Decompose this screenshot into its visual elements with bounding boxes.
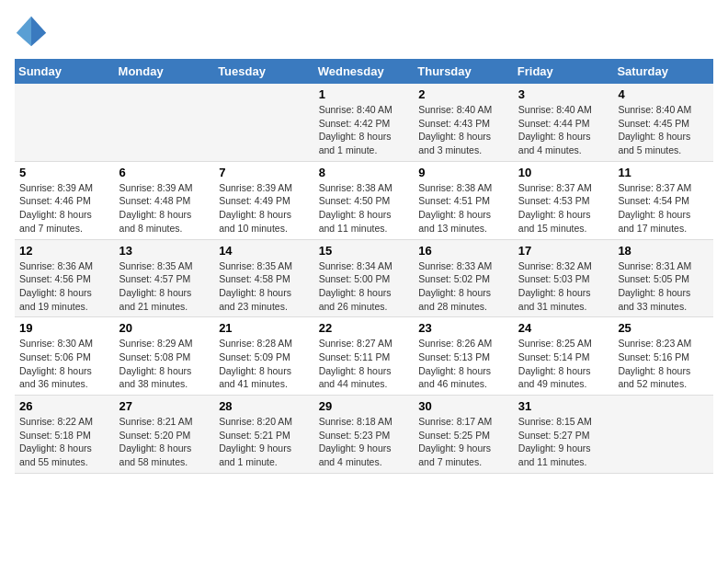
day-cell [15, 84, 115, 161]
day-cell: 20Sunrise: 8:29 AM Sunset: 5:08 PM Dayli… [115, 317, 215, 396]
day-cell: 28Sunrise: 8:20 AM Sunset: 5:21 PM Dayli… [214, 396, 314, 474]
calendar-table: SundayMondayTuesdayWednesdayThursdayFrid… [15, 59, 713, 474]
day-info: Sunrise: 8:30 AM Sunset: 5:06 PM Dayligh… [19, 337, 110, 391]
day-cell: 26Sunrise: 8:22 AM Sunset: 5:18 PM Dayli… [15, 396, 115, 474]
day-info: Sunrise: 8:23 AM Sunset: 5:16 PM Dayligh… [618, 337, 709, 391]
day-info: Sunrise: 8:17 AM Sunset: 5:25 PM Dayligh… [418, 415, 509, 469]
day-cell: 8Sunrise: 8:38 AM Sunset: 4:50 PM Daylig… [314, 161, 415, 239]
day-info: Sunrise: 8:29 AM Sunset: 5:08 PM Dayligh… [119, 337, 210, 391]
day-cell: 25Sunrise: 8:23 AM Sunset: 5:16 PM Dayli… [613, 317, 713, 396]
day-info: Sunrise: 8:36 AM Sunset: 4:56 PM Dayligh… [19, 259, 110, 314]
day-number: 9 [418, 166, 509, 179]
calendar-body: 1Sunrise: 8:40 AM Sunset: 4:42 PM Daylig… [15, 84, 713, 473]
day-info: Sunrise: 8:39 AM Sunset: 4:49 PM Dayligh… [219, 181, 310, 236]
day-number: 27 [119, 399, 210, 413]
day-cell: 10Sunrise: 8:37 AM Sunset: 4:53 PM Dayli… [514, 161, 614, 239]
day-cell: 11Sunrise: 8:37 AM Sunset: 4:54 PM Dayli… [613, 161, 713, 239]
day-cell: 12Sunrise: 8:36 AM Sunset: 4:56 PM Dayli… [15, 239, 115, 317]
day-number: 13 [119, 244, 210, 258]
header-cell-friday: Friday [514, 59, 614, 84]
day-cell [613, 396, 713, 474]
day-cell: 6Sunrise: 8:39 AM Sunset: 4:48 PM Daylig… [115, 161, 215, 239]
header-cell-wednesday: Wednesday [314, 59, 415, 84]
day-cell [214, 84, 314, 161]
calendar-header: SundayMondayTuesdayWednesdayThursdayFrid… [15, 59, 713, 84]
day-info: Sunrise: 8:20 AM Sunset: 5:21 PM Dayligh… [219, 415, 310, 469]
day-cell: 4Sunrise: 8:40 AM Sunset: 4:45 PM Daylig… [613, 84, 713, 161]
day-info: Sunrise: 8:21 AM Sunset: 5:20 PM Dayligh… [119, 415, 210, 469]
day-info: Sunrise: 8:34 AM Sunset: 5:00 PM Dayligh… [319, 259, 410, 314]
day-info: Sunrise: 8:40 AM Sunset: 4:45 PM Dayligh… [618, 103, 709, 157]
day-cell: 29Sunrise: 8:18 AM Sunset: 5:23 PM Dayli… [314, 396, 415, 474]
day-number: 15 [319, 244, 410, 258]
day-info: Sunrise: 8:31 AM Sunset: 5:05 PM Dayligh… [618, 259, 709, 314]
day-cell: 27Sunrise: 8:21 AM Sunset: 5:20 PM Dayli… [115, 396, 215, 474]
week-row-4: 26Sunrise: 8:22 AM Sunset: 5:18 PM Dayli… [15, 396, 713, 474]
day-info: Sunrise: 8:38 AM Sunset: 4:50 PM Dayligh… [319, 181, 410, 236]
day-cell: 24Sunrise: 8:25 AM Sunset: 5:14 PM Dayli… [514, 317, 614, 396]
day-info: Sunrise: 8:22 AM Sunset: 5:18 PM Dayligh… [19, 415, 110, 469]
day-cell: 22Sunrise: 8:27 AM Sunset: 5:11 PM Dayli… [314, 317, 415, 396]
day-number: 19 [19, 321, 110, 335]
day-number: 17 [518, 244, 609, 258]
svg-marker-1 [31, 17, 46, 46]
header-row: SundayMondayTuesdayWednesdayThursdayFrid… [15, 59, 713, 84]
header-cell-saturday: Saturday [613, 59, 713, 84]
day-cell: 9Sunrise: 8:38 AM Sunset: 4:51 PM Daylig… [414, 161, 514, 239]
day-cell: 19Sunrise: 8:30 AM Sunset: 5:06 PM Dayli… [15, 317, 115, 396]
day-number: 26 [19, 399, 110, 413]
svg-marker-2 [17, 17, 31, 46]
day-number: 6 [119, 166, 210, 179]
day-number: 5 [19, 166, 110, 179]
day-cell: 14Sunrise: 8:35 AM Sunset: 4:58 PM Dayli… [214, 239, 314, 317]
day-number: 16 [418, 244, 509, 258]
day-cell: 16Sunrise: 8:33 AM Sunset: 5:02 PM Dayli… [414, 239, 514, 317]
day-number: 11 [618, 166, 709, 179]
day-number: 3 [518, 87, 609, 101]
day-number: 7 [219, 166, 310, 179]
page-header [15, 15, 713, 48]
header-cell-tuesday: Tuesday [214, 59, 314, 84]
day-number: 28 [219, 399, 310, 413]
day-number: 23 [418, 321, 509, 335]
header-cell-sunday: Sunday [15, 59, 115, 84]
week-row-2: 12Sunrise: 8:36 AM Sunset: 4:56 PM Dayli… [15, 239, 713, 317]
header-cell-monday: Monday [115, 59, 215, 84]
day-cell: 13Sunrise: 8:35 AM Sunset: 4:57 PM Dayli… [115, 239, 215, 317]
day-cell: 7Sunrise: 8:39 AM Sunset: 4:49 PM Daylig… [214, 161, 314, 239]
day-info: Sunrise: 8:38 AM Sunset: 4:51 PM Dayligh… [418, 181, 509, 236]
day-info: Sunrise: 8:40 AM Sunset: 4:42 PM Dayligh… [319, 103, 410, 157]
day-info: Sunrise: 8:37 AM Sunset: 4:54 PM Dayligh… [618, 181, 709, 236]
day-number: 4 [618, 87, 709, 101]
day-cell: 17Sunrise: 8:32 AM Sunset: 5:03 PM Dayli… [514, 239, 614, 317]
day-info: Sunrise: 8:33 AM Sunset: 5:02 PM Dayligh… [418, 259, 509, 314]
week-row-3: 19Sunrise: 8:30 AM Sunset: 5:06 PM Dayli… [15, 317, 713, 396]
logo [15, 15, 51, 48]
day-info: Sunrise: 8:28 AM Sunset: 5:09 PM Dayligh… [219, 337, 310, 391]
day-number: 30 [418, 399, 509, 413]
day-cell [115, 84, 215, 161]
day-number: 20 [119, 321, 210, 335]
day-number: 25 [618, 321, 709, 335]
day-cell: 15Sunrise: 8:34 AM Sunset: 5:00 PM Dayli… [314, 239, 415, 317]
day-info: Sunrise: 8:35 AM Sunset: 4:58 PM Dayligh… [219, 259, 310, 314]
day-info: Sunrise: 8:35 AM Sunset: 4:57 PM Dayligh… [119, 259, 210, 314]
day-number: 12 [19, 244, 110, 258]
day-cell: 5Sunrise: 8:39 AM Sunset: 4:46 PM Daylig… [15, 161, 115, 239]
day-number: 18 [618, 244, 709, 258]
day-info: Sunrise: 8:39 AM Sunset: 4:46 PM Dayligh… [19, 181, 110, 236]
day-info: Sunrise: 8:32 AM Sunset: 5:03 PM Dayligh… [518, 259, 609, 314]
day-cell: 3Sunrise: 8:40 AM Sunset: 4:44 PM Daylig… [514, 84, 614, 161]
day-number: 2 [418, 87, 509, 101]
day-info: Sunrise: 8:25 AM Sunset: 5:14 PM Dayligh… [518, 337, 609, 391]
day-info: Sunrise: 8:37 AM Sunset: 4:53 PM Dayligh… [518, 181, 609, 236]
day-info: Sunrise: 8:40 AM Sunset: 4:44 PM Dayligh… [518, 103, 609, 157]
day-number: 24 [518, 321, 609, 335]
day-cell: 23Sunrise: 8:26 AM Sunset: 5:13 PM Dayli… [414, 317, 514, 396]
day-number: 22 [319, 321, 410, 335]
day-number: 1 [319, 87, 410, 101]
day-info: Sunrise: 8:27 AM Sunset: 5:11 PM Dayligh… [319, 337, 410, 391]
day-number: 14 [219, 244, 310, 258]
logo-icon [15, 15, 48, 48]
day-cell: 30Sunrise: 8:17 AM Sunset: 5:25 PM Dayli… [414, 396, 514, 474]
